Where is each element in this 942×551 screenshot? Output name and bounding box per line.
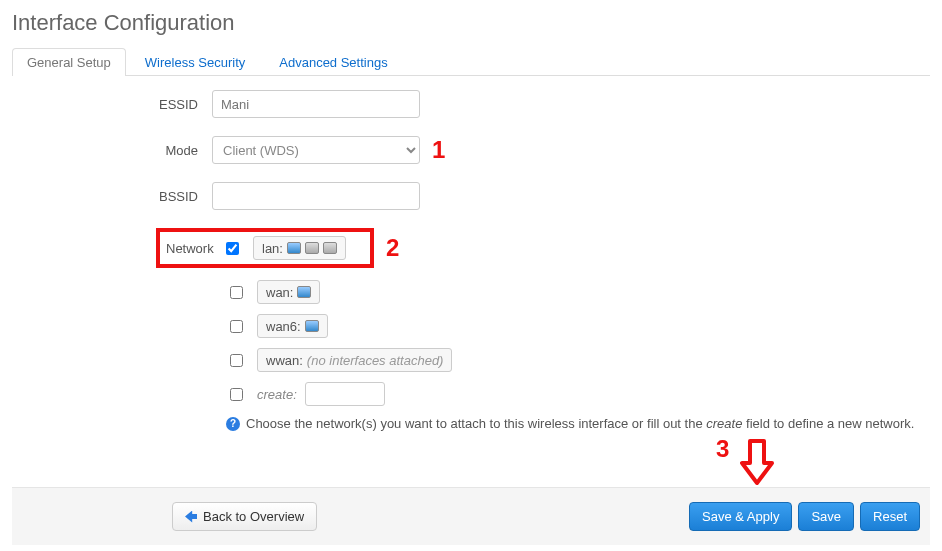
footer-bar: Back to Overview Save & Apply Save Reset (12, 487, 930, 545)
bssid-input[interactable] (212, 182, 420, 210)
network-lan-checkbox[interactable] (226, 242, 239, 255)
annotation-2: 2 (386, 234, 399, 262)
tab-wireless-security[interactable]: Wireless Security (130, 48, 260, 76)
network-wwan-label: wwan: (266, 353, 303, 368)
tab-advanced-settings[interactable]: Advanced Settings (264, 48, 402, 76)
port-icon (323, 242, 337, 254)
mode-label: Mode (22, 143, 212, 158)
network-wwan-checkbox[interactable] (230, 354, 243, 367)
info-icon: ? (226, 417, 240, 431)
port-icon (305, 242, 319, 254)
hint-text-post: field to define a new network. (742, 416, 914, 431)
hint-text-pre: Choose the network(s) you want to attach… (246, 416, 706, 431)
network-create-label: create: (257, 387, 297, 402)
network-wan6-badge[interactable]: wan6: (257, 314, 328, 338)
network-wan-label: wan: (266, 285, 293, 300)
essid-input[interactable] (212, 90, 420, 118)
highlight-box-network: Network lan: (156, 228, 374, 268)
annotation-1: 1 (432, 136, 445, 164)
back-to-overview-button[interactable]: Back to Overview (172, 502, 317, 531)
network-lan-badge[interactable]: lan: (253, 236, 346, 260)
port-icon (287, 242, 301, 254)
back-label: Back to Overview (203, 509, 304, 524)
port-icon (297, 286, 311, 298)
annotation-3: 3 (716, 435, 729, 463)
mode-select[interactable]: Client (WDS) (212, 136, 420, 164)
network-wan6-label: wan6: (266, 319, 301, 334)
hint-text-em: create (706, 416, 742, 431)
annotation-3-group: 3 (734, 439, 930, 487)
network-wwan-note: (no interfaces attached) (307, 353, 444, 368)
tab-bar: General Setup Wireless Security Advanced… (12, 44, 930, 76)
network-lan-label: lan: (262, 241, 283, 256)
network-create-input[interactable] (305, 382, 385, 406)
network-wwan-badge[interactable]: wwan: (no interfaces attached) (257, 348, 452, 372)
back-icon (185, 511, 197, 523)
network-label: Network (166, 241, 222, 256)
network-hint: ? Choose the network(s) you want to atta… (226, 416, 930, 431)
form-general: ESSID Mode Client (WDS) 1 BSSID Network … (12, 90, 930, 487)
save-button[interactable]: Save (798, 502, 854, 531)
port-icon (305, 320, 319, 332)
network-wan-checkbox[interactable] (230, 286, 243, 299)
save-apply-button[interactable]: Save & Apply (689, 502, 792, 531)
bssid-label: BSSID (159, 189, 198, 204)
network-wan6-checkbox[interactable] (230, 320, 243, 333)
reset-button[interactable]: Reset (860, 502, 920, 531)
page-title: Interface Configuration (12, 10, 930, 36)
tab-general-setup[interactable]: General Setup (12, 48, 126, 76)
network-create-checkbox[interactable] (230, 388, 243, 401)
essid-label: ESSID (159, 97, 198, 112)
arrow-down-icon (740, 439, 774, 485)
network-wan-badge[interactable]: wan: (257, 280, 320, 304)
